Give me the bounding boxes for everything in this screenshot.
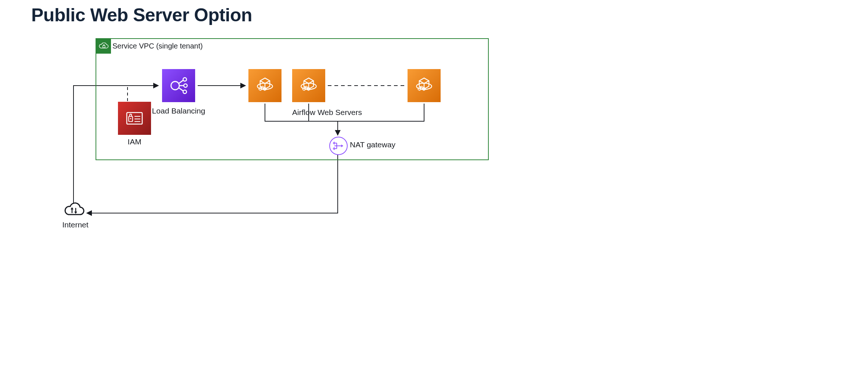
- svg-point-12: [184, 84, 187, 87]
- iam-label: IAM: [118, 137, 151, 146]
- svg-point-13: [183, 90, 186, 93]
- nat-gateway-label: NAT gateway: [350, 140, 409, 149]
- svg-marker-23: [333, 142, 334, 144]
- svg-point-11: [183, 78, 186, 81]
- airflow-webserver-2-icon: [292, 69, 325, 102]
- diagram-canvas: Public Web Server Option: [0, 0, 868, 374]
- page-title: Public Web Server Option: [31, 4, 252, 26]
- load-balancer-label: Load Balancing: [144, 107, 214, 115]
- svg-marker-21: [341, 144, 344, 147]
- nat-gateway-icon: [329, 137, 348, 155]
- airflow-webservers-label: Airflow Web Servers: [287, 108, 367, 117]
- svg-point-10: [171, 82, 179, 90]
- internet-label: Internet: [57, 220, 94, 229]
- svg-line-14: [179, 80, 183, 83]
- svg-line-16: [179, 88, 183, 91]
- internet-icon: [63, 202, 85, 220]
- vpc-label: Service VPC (single tenant): [112, 42, 203, 50]
- airflow-webserver-n-icon: [408, 69, 441, 102]
- vpc-cloud-icon: [96, 39, 111, 54]
- svg-point-6: [130, 118, 131, 119]
- svg-marker-31: [74, 212, 77, 214]
- svg-marker-26: [333, 148, 334, 150]
- svg-marker-29: [71, 207, 73, 209]
- load-balancer-icon: [162, 69, 195, 102]
- svg-rect-3: [103, 46, 105, 47]
- airflow-webserver-1-icon: [248, 69, 281, 102]
